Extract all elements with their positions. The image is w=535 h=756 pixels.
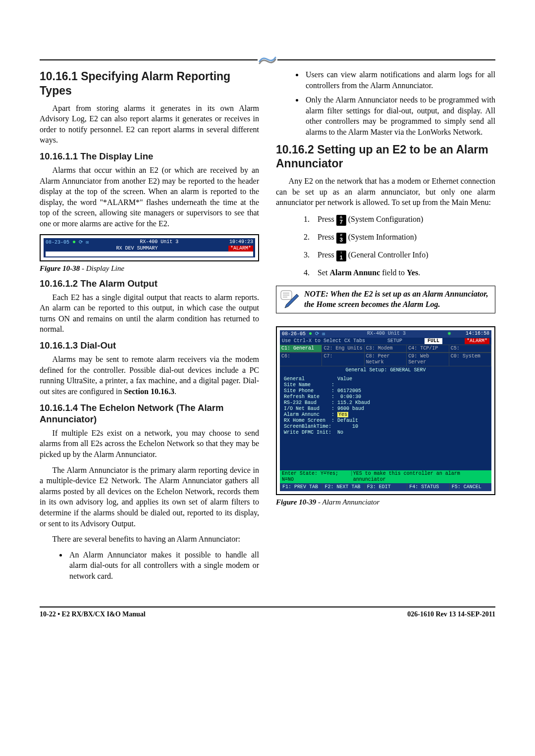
key-7-icon: &7 bbox=[336, 215, 346, 226]
heading-10-16-2: 10.16.2 Setting up an E2 to be an Alarm … bbox=[276, 143, 495, 171]
paragraph: If multiple E2s exist on a network, you … bbox=[40, 428, 259, 460]
term1-subtitle: RX DEV SUMMARY bbox=[46, 246, 228, 252]
term2-tabs-row1: C1: General C2: Eng Units C3: Modem C4: … bbox=[280, 345, 491, 353]
full-badge: FULL bbox=[425, 338, 442, 344]
term2-status-line: Enter State: Y=Yes; N=NO | YES to make t… bbox=[280, 470, 491, 483]
tab-system[interactable]: C0: System bbox=[449, 353, 491, 366]
pencil-note-icon bbox=[280, 290, 300, 310]
term1-date: 08-23-05 bbox=[46, 240, 69, 245]
term2-tabs-row2: C6: C7: C8: Peer Netwrk C9: Web Server C… bbox=[280, 353, 491, 366]
term2-mode: SETUP bbox=[387, 338, 402, 344]
paragraph: The Alarm Annunciator is the primary ala… bbox=[40, 465, 259, 529]
term2-time: 14:16:58 bbox=[466, 331, 489, 337]
tab-modem[interactable]: C3: Modem bbox=[365, 345, 407, 352]
term2-fkeys: F1: PREV TAB F2: NEXT TAB F3: EDIT F4: S… bbox=[280, 483, 491, 491]
tab-c7[interactable]: C7: bbox=[322, 353, 364, 366]
term1-time: 10:49:23 bbox=[229, 239, 253, 246]
term2-body: General Value Site Name : Site Phone : 0… bbox=[280, 374, 491, 470]
alarm-annunc-value[interactable]: Yes bbox=[337, 412, 348, 417]
paragraph: Any E2 on the network that has a modem o… bbox=[276, 176, 495, 208]
ok-dot-icon: ◉ bbox=[448, 331, 451, 337]
term2-title: RX-400 Unit 3 bbox=[325, 331, 448, 337]
heading-10-16-1: 10.16.1 Specifying Alarm Reporting Types bbox=[40, 69, 259, 98]
step-item: Press &7 (System Configuration) bbox=[304, 213, 495, 226]
figure-alarm-annunciator: 08-26-05 ● ⟳ ✉ RX-400 Unit 3 ◉ 14:16:58 … bbox=[276, 326, 495, 495]
term1-title: RX-400 Unit 3 bbox=[89, 239, 229, 246]
tab-peer[interactable]: C8: Peer Netwrk bbox=[365, 353, 407, 366]
term2-date: 08-26-05 bbox=[282, 331, 306, 337]
alarm-badge: *ALARM* bbox=[228, 246, 253, 252]
paragraph: Alarms may be sent to remote alarm recei… bbox=[40, 354, 259, 397]
brand-logo-icon bbox=[258, 53, 277, 66]
term2-hint: Use Ctrl-X to Select CX Tabs bbox=[282, 338, 365, 344]
tab-c6[interactable]: C6: bbox=[280, 353, 322, 366]
tab-general[interactable]: C1: General bbox=[280, 345, 322, 352]
list-item: Users can view alarm notifications and a… bbox=[304, 69, 495, 91]
paragraph: Each E2 has a single digital output that… bbox=[40, 292, 259, 335]
fkey-prev-tab[interactable]: F1: PREV TAB bbox=[280, 483, 322, 491]
list-item: Only the Alarm Annunciator needs to be p… bbox=[304, 95, 495, 137]
footer-right: 026-1610 Rev 13 14-SEP-2011 bbox=[407, 610, 495, 618]
paragraph: There are several benefits to having an … bbox=[40, 534, 259, 545]
paragraph: Alarms that occur within an E2 (or which… bbox=[40, 165, 259, 229]
step-item: Press !1 (General Controller Info) bbox=[304, 249, 495, 261]
fkey-status[interactable]: F4: STATUS bbox=[407, 483, 449, 491]
alarm-badge: *ALARM* bbox=[465, 338, 489, 344]
figure-caption-38: Figure 10-38 - Display Line bbox=[40, 264, 259, 273]
paragraph: Apart from storing alarms it generates i… bbox=[40, 103, 259, 146]
tab-web[interactable]: C9: Web Server bbox=[407, 353, 449, 366]
status-dot-icon: ● bbox=[309, 330, 312, 337]
key-3-icon: #3 bbox=[336, 233, 346, 244]
note-box: NOTE: When the E2 is set up as an Alarm … bbox=[276, 286, 495, 313]
tab-tcpip[interactable]: C4: TCP/IP bbox=[407, 345, 449, 352]
key-1-icon: !1 bbox=[336, 251, 346, 261]
fkey-cancel[interactable]: F5: CANCEL bbox=[449, 483, 491, 491]
heading-10-16-1-3: 10.16.1.3 Dial-Out bbox=[40, 340, 259, 351]
figure-display-line: 08-23-05 ● ⟳ ✉ RX-400 Unit 3 10:49:23 RX… bbox=[40, 234, 259, 261]
heading-10-16-1-2: 10.16.1.2 The Alarm Output bbox=[40, 278, 259, 289]
term2-section-title: General Setup: GENERAL SERV bbox=[280, 366, 491, 374]
step-item: Press #3 (System Information) bbox=[304, 231, 495, 244]
footer-left: 10-22 • E2 RX/BX/CX I&O Manual bbox=[40, 610, 146, 618]
figure-caption-39: Figure 10-39 - Alarm Annunciator bbox=[276, 498, 495, 506]
step-item: Set Alarm Annunc field to Yes. bbox=[304, 266, 495, 279]
tab-eng-units[interactable]: C2: Eng Units bbox=[322, 345, 364, 352]
fkey-next-tab[interactable]: F2: NEXT TAB bbox=[322, 483, 364, 491]
status-dot-icon: ● bbox=[72, 239, 76, 246]
heading-10-16-1-4: 10.16.1.4 The Echelon Network (The Alarm… bbox=[40, 402, 259, 425]
list-item: An Alarm Annunciator makes it possible t… bbox=[67, 550, 259, 582]
tab-c5[interactable]: C5: bbox=[449, 345, 491, 352]
heading-10-16-1-1: 10.16.1.1 The Display Line bbox=[40, 151, 259, 162]
fkey-edit[interactable]: F3: EDIT bbox=[365, 483, 407, 491]
